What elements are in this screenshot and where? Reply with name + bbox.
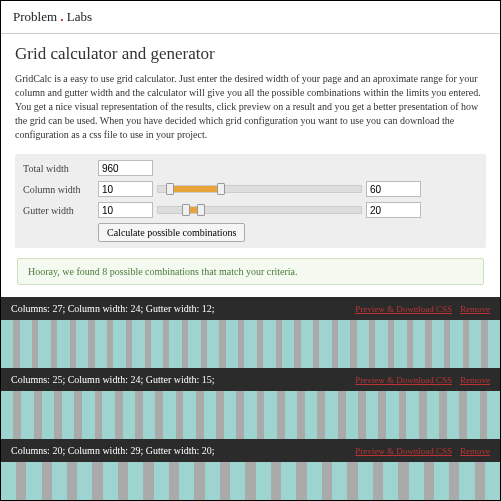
logo-dot: . xyxy=(60,9,63,24)
preview-download-link[interactable]: Preview & Download CSS xyxy=(355,375,452,385)
column-width-max-input[interactable] xyxy=(366,181,421,197)
result-item: Columns: 20; Column width: 29; Gutter wi… xyxy=(1,439,500,501)
logo: Problem . Labs xyxy=(13,9,92,24)
preview-download-link[interactable]: Preview & Download CSS xyxy=(355,446,452,456)
result-item: Columns: 27; Column width: 24; Gutter wi… xyxy=(1,297,500,368)
result-bar: Columns: 20; Column width: 29; Gutter wi… xyxy=(1,439,500,462)
grid-preview xyxy=(1,462,500,501)
description: GridCalc is a easy to use grid calculato… xyxy=(15,72,486,142)
header: Problem . Labs xyxy=(1,1,500,34)
calculate-button[interactable]: Calculate possible combinations xyxy=(98,223,245,242)
result-summary: Columns: 27; Column width: 24; Gutter wi… xyxy=(11,303,215,314)
logo-part2: Labs xyxy=(67,9,92,24)
remove-link[interactable]: Remove xyxy=(460,304,490,314)
column-width-min-input[interactable] xyxy=(98,181,153,197)
result-summary: Columns: 20; Column width: 29; Gutter wi… xyxy=(11,445,215,456)
result-summary: Columns: 25; Column width: 24; Gutter wi… xyxy=(11,374,215,385)
preview-download-link[interactable]: Preview & Download CSS xyxy=(355,304,452,314)
total-width-label: Total width xyxy=(23,163,98,174)
grid-preview xyxy=(1,391,500,439)
success-message: Hooray, we found 8 possible combinations… xyxy=(17,258,484,285)
gutter-width-label: Gutter width xyxy=(23,205,98,216)
form-panel: Total width Column width Gutter width xyxy=(15,154,486,248)
total-width-input[interactable] xyxy=(98,160,153,176)
page-title: Grid calculator and generator xyxy=(15,44,486,64)
column-width-slider[interactable] xyxy=(157,185,362,193)
column-width-label: Column width xyxy=(23,184,98,195)
logo-part1: Problem xyxy=(13,9,57,24)
grid-preview xyxy=(1,320,500,368)
gutter-width-max-input[interactable] xyxy=(366,202,421,218)
result-item: Columns: 25; Column width: 24; Gutter wi… xyxy=(1,368,500,439)
gutter-width-slider[interactable] xyxy=(157,206,362,214)
result-bar: Columns: 27; Column width: 24; Gutter wi… xyxy=(1,297,500,320)
remove-link[interactable]: Remove xyxy=(460,446,490,456)
result-bar: Columns: 25; Column width: 24; Gutter wi… xyxy=(1,368,500,391)
gutter-width-min-input[interactable] xyxy=(98,202,153,218)
results-list: Columns: 27; Column width: 24; Gutter wi… xyxy=(1,297,500,501)
remove-link[interactable]: Remove xyxy=(460,375,490,385)
